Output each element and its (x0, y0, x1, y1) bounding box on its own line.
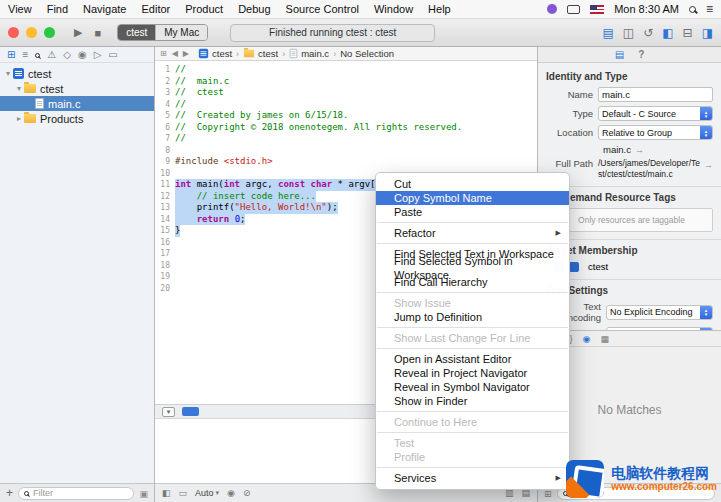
run-button[interactable] (74, 26, 82, 39)
navigator-row[interactable]: ▾ctest (0, 81, 154, 96)
related-items-icon[interactable] (160, 49, 167, 58)
reveal-arrow-icon[interactable] (635, 144, 644, 155)
object-library-icon[interactable] (583, 334, 591, 344)
menu-bar-clock[interactable]: Mon 8:30 AM (614, 3, 679, 15)
menubar-item[interactable]: View (8, 3, 32, 15)
context-menu-item[interactable]: Open in Assistant Editor (376, 352, 569, 366)
version-editor-button[interactable] (643, 26, 653, 40)
context-menu-item[interactable]: Refactor▶ (376, 226, 569, 240)
reveal-arrow-icon[interactable] (704, 158, 713, 179)
context-menu-item[interactable]: Reveal in Project Navigator (376, 366, 569, 380)
menubar-item[interactable]: Editor (141, 3, 170, 15)
code-line[interactable]: 6// Copyright © 2018 onenotegem. All rig… (155, 122, 537, 134)
stop-button[interactable] (94, 27, 101, 39)
context-menu-item[interactable]: Jump to Definition (376, 310, 569, 324)
issue-navigator-icon[interactable] (47, 49, 56, 60)
location-popup[interactable]: Relative to Group (598, 125, 713, 140)
run-destination[interactable]: My Mac (155, 25, 207, 40)
code-line[interactable]: 8 (155, 145, 537, 157)
file-inspector-tab[interactable] (615, 49, 624, 60)
navigator-panel: ▾ctest▾ctestmain.c▸Products Filter (0, 47, 155, 502)
activate-breakpoints-icon[interactable] (227, 488, 235, 498)
code-line[interactable]: 1// (155, 64, 537, 76)
context-menu-item[interactable]: Copy Symbol Name (376, 191, 569, 205)
code-line[interactable]: 2// main.c (155, 76, 537, 88)
recent-files-filter-icon[interactable] (139, 487, 148, 499)
menubar-item[interactable]: Find (47, 3, 68, 15)
menubar-item[interactable]: Debug (238, 3, 270, 15)
minimize-window-button[interactable] (26, 27, 37, 38)
debug-area-toggle-icon[interactable] (162, 407, 175, 417)
jump-bar-crumb[interactable]: ctest (198, 48, 232, 59)
assistant-editor-button[interactable] (623, 26, 634, 40)
disclosure-triangle-icon[interactable]: ▾ (14, 84, 24, 93)
menubar-item[interactable]: Navigate (83, 3, 126, 15)
code-line[interactable]: 3// ctest (155, 87, 537, 99)
context-menu-item[interactable]: Cut (376, 177, 569, 191)
jump-bar-crumb[interactable]: No Selection (340, 48, 394, 59)
scheme-selector[interactable]: ctest My Mac (117, 24, 208, 41)
display-icon[interactable] (567, 5, 580, 14)
find-navigator-icon[interactable] (35, 49, 40, 60)
spotlight-search-icon[interactable] (689, 6, 696, 13)
menubar-item[interactable]: Help (428, 3, 451, 15)
disclosure-triangle-icon[interactable]: ▾ (3, 69, 13, 78)
code-line[interactable]: 5// Created by james on 6/15/18. (155, 110, 537, 122)
code-line[interactable]: 4// (155, 99, 537, 111)
menubar-item[interactable]: Product (185, 3, 223, 15)
name-field[interactable]: main.c (598, 87, 713, 102)
filter-field[interactable]: Filter (18, 487, 134, 500)
scheme-name[interactable]: ctest (118, 25, 155, 40)
media-library-icon[interactable] (600, 334, 609, 344)
context-menu-item[interactable]: Find Selected Symbol in Workspace (376, 261, 569, 275)
navigator-item-label: ctest (40, 83, 63, 95)
target-membership-row[interactable]: ctest (554, 261, 713, 272)
toggle-debug-area-button[interactable] (683, 26, 693, 40)
standard-editor-button[interactable] (603, 26, 614, 40)
add-button[interactable] (6, 486, 13, 500)
menu-item-label: Open in Assistant Editor (394, 352, 511, 366)
navigator-row[interactable]: ▸Products (0, 111, 154, 126)
line-number: 6 (155, 123, 175, 132)
line-number: 12 (155, 192, 175, 201)
variables-view-scope-selector[interactable]: Auto (195, 488, 219, 498)
context-menu-item[interactable]: Services▶ (376, 471, 569, 485)
context-menu-item[interactable]: Paste (376, 205, 569, 219)
toggle-navigator-button[interactable] (662, 26, 673, 40)
context-menu-item[interactable]: Reveal in Symbol Navigator (376, 380, 569, 394)
menubar-item[interactable]: Source Control (286, 3, 359, 15)
zoom-window-button[interactable] (44, 27, 55, 38)
test-navigator-icon[interactable] (63, 49, 71, 60)
go-back-icon[interactable] (172, 49, 178, 58)
type-popup[interactable]: Default - C Source (598, 106, 713, 121)
navigator-row[interactable]: ▾ctest (0, 66, 154, 81)
close-window-button[interactable] (8, 27, 19, 38)
text-encoding-popup[interactable]: No Explicit Encoding (606, 305, 713, 320)
input-language-flag-icon[interactable] (590, 5, 604, 14)
breakpoint-icon[interactable] (182, 407, 199, 416)
list-view-icon[interactable] (179, 488, 188, 498)
debug-navigator-icon[interactable] (78, 49, 87, 60)
project-navigator-icon[interactable] (7, 49, 15, 60)
toggle-utilities-button[interactable] (702, 26, 713, 40)
code-line[interactable]: 9#include <stdio.h> (155, 156, 537, 168)
code-line[interactable]: 7// (155, 133, 537, 145)
menubar-item[interactable]: Window (374, 3, 413, 15)
notification-center-icon[interactable] (706, 2, 713, 16)
folder-icon (244, 50, 254, 58)
clear-console-icon[interactable] (243, 488, 251, 498)
jump-bar-crumb[interactable]: ctest (243, 48, 278, 59)
jump-bar-crumb[interactable]: main.c (289, 48, 329, 59)
disclosure-triangle-icon[interactable]: ▸ (14, 114, 24, 123)
app-status-icon[interactable] (547, 4, 557, 14)
symbol-navigator-icon[interactable] (22, 49, 28, 60)
grid-view-icon[interactable] (162, 488, 171, 498)
context-menu-item[interactable]: Show in Finder (376, 394, 569, 408)
navigator-row[interactable]: main.c (0, 96, 154, 111)
quick-help-inspector-tab[interactable] (638, 49, 644, 60)
breakpoint-navigator-icon[interactable] (94, 49, 102, 60)
go-forward-icon[interactable] (183, 49, 189, 58)
report-navigator-icon[interactable] (108, 49, 117, 60)
menu-separator (377, 411, 568, 412)
activity-viewer: Finished running ctest : ctest (230, 24, 435, 42)
